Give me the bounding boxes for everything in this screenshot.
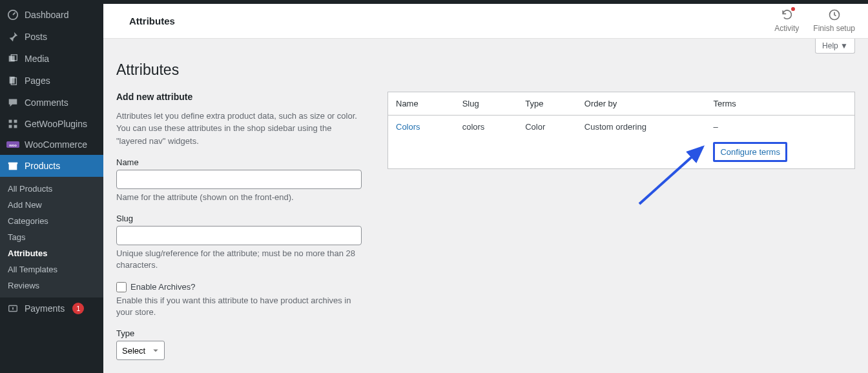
th-name: Name bbox=[388, 92, 455, 115]
svg-rect-8 bbox=[14, 125, 17, 128]
submenu-categories[interactable]: Categories bbox=[0, 213, 103, 229]
sidebar-item-posts[interactable]: Posts bbox=[0, 26, 103, 48]
sidebar-item-comments[interactable]: Comments bbox=[0, 92, 103, 114]
table-row: Colors colors Color Custom ordering – bbox=[388, 115, 855, 138]
sidebar-item-label: WooCommerce bbox=[25, 139, 87, 150]
attribute-name-input[interactable] bbox=[116, 170, 362, 189]
attributes-table: Name Slug Type Order by Terms Colors col… bbox=[388, 92, 855, 169]
pin-icon bbox=[6, 31, 19, 43]
submenu-tags[interactable]: Tags bbox=[0, 229, 103, 245]
activity-button[interactable]: Activity bbox=[774, 8, 799, 33]
sidebar-item-label: Media bbox=[25, 54, 49, 64]
comment-icon bbox=[6, 97, 19, 108]
th-order: Order by bbox=[577, 92, 706, 115]
activity-label: Activity bbox=[774, 24, 799, 33]
sidebar-item-getwooplugins[interactable]: GetWooPlugins bbox=[0, 114, 103, 134]
enable-archives-checkbox[interactable] bbox=[116, 282, 127, 292]
products-icon bbox=[6, 160, 19, 172]
sidebar-item-woocommerce[interactable]: woo WooCommerce bbox=[0, 134, 103, 155]
svg-rect-5 bbox=[9, 120, 12, 123]
attribute-slug-input[interactable] bbox=[116, 226, 362, 245]
page-title: Attributes bbox=[129, 15, 175, 26]
media-icon bbox=[6, 53, 19, 65]
cell-order: Custom ordering bbox=[577, 115, 706, 138]
th-slug: Slug bbox=[455, 92, 518, 115]
cell-terms: – bbox=[705, 115, 854, 138]
type-label: Type bbox=[116, 328, 362, 338]
submenu-reviews[interactable]: Reviews bbox=[0, 277, 103, 294]
add-attribute-description: Attributes let you define extra product … bbox=[116, 110, 362, 148]
content-topbar: Attributes Activity Finish setup bbox=[103, 4, 868, 39]
page-heading: Attributes bbox=[116, 61, 855, 79]
svg-text:woo: woo bbox=[8, 143, 17, 147]
svg-rect-12 bbox=[8, 163, 17, 165]
cell-type: Color bbox=[517, 115, 577, 138]
sidebar-item-label: Comments bbox=[25, 97, 68, 108]
sidebar-item-pages[interactable]: Pages bbox=[0, 70, 103, 92]
help-button[interactable]: Help ▼ bbox=[815, 39, 855, 54]
add-attribute-form: Add new attribute Attributes let you def… bbox=[116, 92, 362, 360]
submenu-add-new[interactable]: Add New bbox=[0, 197, 103, 213]
slug-help: Unique slug/reference for the attribute;… bbox=[116, 248, 362, 271]
clock-icon bbox=[828, 8, 841, 23]
add-attribute-title: Add new attribute bbox=[116, 92, 362, 102]
submenu-attributes[interactable]: Attributes bbox=[0, 245, 103, 261]
admin-sidebar: Dashboard Posts Media Pages Comments bbox=[0, 4, 103, 373]
attribute-type-select[interactable]: Select bbox=[116, 341, 165, 360]
configure-terms-link[interactable]: Configure terms bbox=[713, 142, 787, 162]
sidebar-item-label: Posts bbox=[25, 32, 47, 42]
slug-label: Slug bbox=[116, 214, 362, 223]
sidebar-item-label: Products bbox=[25, 161, 60, 171]
payments-badge: 1 bbox=[72, 303, 84, 314]
th-type: Type bbox=[517, 92, 577, 115]
finish-label: Finish setup bbox=[813, 24, 855, 33]
cell-slug: colors bbox=[455, 115, 518, 138]
products-submenu: All Products Add New Categories Tags Att… bbox=[0, 177, 103, 297]
svg-rect-6 bbox=[14, 120, 17, 123]
archives-help: Enable this if you want this attribute t… bbox=[116, 295, 362, 318]
sidebar-item-label: Payments bbox=[25, 303, 65, 314]
sidebar-item-products[interactable]: Products bbox=[0, 155, 103, 177]
sidebar-item-label: Pages bbox=[25, 76, 50, 86]
name-help: Name for the attribute (shown on the fro… bbox=[116, 192, 362, 203]
svg-rect-7 bbox=[9, 125, 12, 128]
submenu-all-products[interactable]: All Products bbox=[0, 181, 103, 197]
table-row-actions: Configure terms bbox=[388, 138, 855, 169]
woocommerce-icon: woo bbox=[6, 141, 19, 148]
sidebar-item-dashboard[interactable]: Dashboard bbox=[0, 4, 103, 26]
svg-rect-11 bbox=[9, 163, 17, 170]
attribute-name-link[interactable]: Colors bbox=[396, 122, 420, 132]
pages-icon bbox=[6, 75, 19, 86]
submenu-all-templates[interactable]: All Templates bbox=[0, 261, 103, 277]
finish-setup-button[interactable]: Finish setup bbox=[813, 8, 855, 33]
activity-icon bbox=[780, 8, 793, 23]
th-terms: Terms bbox=[705, 92, 854, 115]
name-label: Name bbox=[116, 157, 362, 167]
sidebar-item-label: Dashboard bbox=[25, 10, 69, 20]
sidebar-item-media[interactable]: Media bbox=[0, 48, 103, 70]
plugin-icon bbox=[6, 119, 19, 129]
dashboard-icon bbox=[6, 9, 19, 21]
sidebar-item-label: GetWooPlugins bbox=[25, 119, 87, 129]
payments-icon bbox=[6, 303, 19, 314]
enable-archives-label: Enable Archives? bbox=[130, 282, 195, 292]
sidebar-item-payments[interactable]: Payments 1 bbox=[0, 297, 103, 319]
